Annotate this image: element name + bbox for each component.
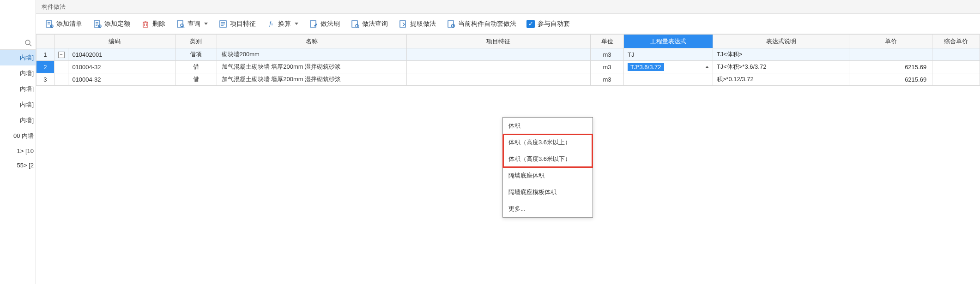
tree-item[interactable]: 1> [10 [0,144,36,158]
item-feature-button[interactable]: 项目特征 [215,18,260,30]
desc-cell[interactable]: TJ<体积>*3.6/3.72 [713,61,849,73]
add-quota-button[interactable]: 添加定额 [90,18,134,30]
col-unit-header[interactable]: 单位 [591,35,624,48]
tree-cell [54,73,68,86]
tree-item[interactable]: 内墙] [0,81,36,97]
name-cell[interactable]: 加气混凝土砌块墙 墙厚200mm 湿拌砌筑砂浆 [217,61,406,73]
toolbar: 添加清单 添加定额 删除 查询 项目特征 fx 换算 [36,14,980,34]
row-number[interactable]: 3 [36,73,54,86]
category-cell[interactable]: 借项 [175,48,217,61]
method-query-button[interactable]: 做法查询 [347,18,392,30]
code-cell[interactable]: 010004-32 [68,61,175,73]
extract-method-button[interactable]: 提取做法 [395,18,440,30]
col-rownum-header[interactable] [36,35,54,48]
category-cell[interactable]: 借 [175,73,217,86]
tree-cell: − [54,48,68,61]
table-row[interactable]: 1−010402001借项砌块墙200mmm3TJTJ<体积> [36,48,980,61]
tree-item[interactable]: 内墙] [0,65,36,81]
price-cell[interactable] [849,48,932,61]
trash-icon [141,20,150,28]
chevron-down-icon [204,23,208,25]
toolbar-label: 删除 [152,20,165,28]
name-cell[interactable]: 加气混凝土砌块墙 墙厚200mm 湿拌砌筑砂浆 [217,73,406,86]
tree-item[interactable]: 内墙] [0,112,36,128]
price-cell[interactable]: 6215.69 [849,73,932,86]
desc-cell[interactable]: 积>*0.12/3.72 [713,73,849,86]
expression-cell[interactable] [624,73,713,86]
col-expr-header[interactable]: 工程量表达式 [624,35,713,48]
chevron-down-icon [295,23,298,25]
dropdown-item[interactable]: 体积（高度3.6米以下） [503,151,593,167]
toolbar-label: 当前构件自动套做法 [458,20,516,28]
toolbar-label: 添加清单 [56,20,82,28]
quota-add-icon [93,20,102,28]
name-cell[interactable]: 砌块墙200mm [217,48,406,61]
dropdown-item[interactable]: 更多... [503,201,593,217]
composite-price-cell[interactable] [932,73,980,86]
auto-checkbox[interactable]: ✓ 参与自动套 [524,18,573,30]
unit-cell[interactable]: m3 [591,73,624,86]
code-cell[interactable]: 010402001 [68,48,175,61]
delete-button[interactable]: 删除 [138,18,169,30]
expression-dropdown[interactable]: 体积体积（高度3.6米以上）体积（高度3.6米以下）隔墙底座体积隔墙底座模板体积… [502,117,593,218]
composite-price-cell[interactable] [932,48,980,61]
dropdown-item[interactable]: 体积 [503,118,593,134]
table-row[interactable]: 2010004-32借加气混凝土砌块墙 墙厚200mm 湿拌砌筑砂浆m3TJ*3… [36,61,980,73]
tree-search-row [0,36,36,50]
dropdown-item[interactable]: 隔墙底座体积 [503,167,593,184]
expression-cell[interactable]: TJ [624,48,713,61]
tree-item[interactable]: 内墙] [0,50,36,65]
expression-cell[interactable]: TJ*3.6/3.72 [624,61,713,73]
col-cat-header[interactable]: 类别 [175,35,217,48]
desc-cell[interactable]: TJ<体积> [713,48,849,61]
col-desc-header[interactable]: 表达式说明 [713,35,849,48]
convert-button[interactable]: fx 换算 [263,18,302,30]
unit-cell[interactable]: m3 [591,61,624,73]
table-row[interactable]: 3010004-32借加气混凝土砌块墙 墙厚200mm 湿拌砌筑砂浆m3积>*0… [36,73,980,86]
dropdown-item[interactable]: 隔墙底座模板体积 [503,184,593,201]
unit-cell[interactable]: m3 [591,48,624,61]
add-list-button[interactable]: 添加清单 [42,18,86,30]
svg-line-1 [30,44,31,46]
expression-input[interactable]: TJ*3.6/3.72 [628,63,664,71]
search-icon[interactable] [24,39,32,47]
tree-item[interactable]: 内墙] [0,97,36,112]
tree-item[interactable]: 55> [2 [0,158,36,172]
composite-price-cell[interactable] [932,61,980,73]
col-comp-header[interactable]: 综合单价 [932,35,980,48]
toolbar-label: 查询 [188,20,200,28]
panel-title: 构件做法 [36,0,980,14]
auto-set-button[interactable]: 当前构件自动套做法 [443,18,520,30]
toolbar-label: 做法刷 [321,20,340,28]
feature-icon [219,20,227,28]
row-number[interactable]: 1 [36,48,54,61]
col-price-header[interactable]: 单价 [849,35,932,48]
feature-cell[interactable] [406,48,590,61]
svg-line-30 [358,27,359,28]
tree-item[interactable]: 00 内墙 [0,128,36,144]
checkbox-checked-icon: ✓ [526,20,535,28]
col-code-header[interactable]: 编码 [54,35,175,48]
method-brush-button[interactable]: 做法刷 [306,18,344,30]
svg-rect-28 [352,21,357,27]
col-feat-header[interactable]: 项目特征 [406,35,590,48]
collapse-toggle-icon[interactable]: − [58,52,65,58]
auto-icon [447,20,455,28]
price-cell[interactable]: 6215.69 [849,61,932,73]
dropdown-item[interactable]: 体积（高度3.6米以上） [503,134,593,151]
row-number[interactable]: 2 [36,61,54,73]
category-cell[interactable]: 借 [175,61,217,73]
feature-cell[interactable] [406,73,590,86]
query-button[interactable]: 查询 [173,18,212,30]
dropdown-highlight-group: 体积（高度3.6米以上）体积（高度3.6米以下） [503,134,593,167]
tree-items: 内墙] 内墙] 内墙] 内墙] 内墙] 00 内墙 1> [10 55> [2 [0,50,36,284]
toolbar-label: 参与自动套 [538,20,570,28]
extract-icon [399,20,407,28]
code-cell[interactable]: 010004-32 [68,73,175,86]
feature-cell[interactable] [406,61,590,73]
query-icon [176,20,185,28]
method-query-icon [351,20,359,28]
toolbar-label: 做法查询 [362,20,388,28]
chevron-up-icon[interactable] [705,66,709,68]
col-name-header[interactable]: 名称 [217,35,406,48]
